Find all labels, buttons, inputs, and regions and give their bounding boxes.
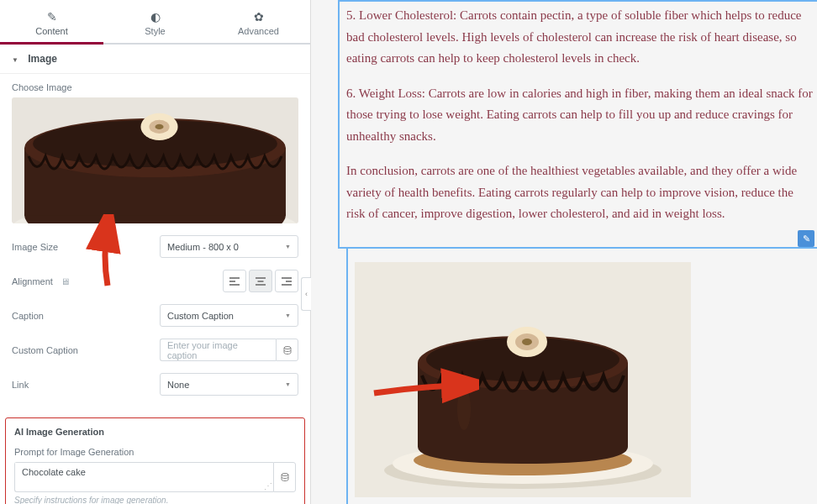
align-center-icon xyxy=(256,277,266,286)
custom-caption-input[interactable]: Enter your image caption xyxy=(160,339,276,361)
align-left-button[interactable] xyxy=(223,270,246,292)
ai-prompt-desc: Specify instructions for image generatio… xyxy=(14,496,296,504)
paragraph-6: 6. Weight Loss: Carrots are low in calor… xyxy=(346,83,814,148)
pencil-icon: ✎ xyxy=(0,10,103,24)
field-caption: Caption Custom Caption xyxy=(12,304,298,327)
editor-tabs: ✎ Content ◐ Style ✿ Advanced xyxy=(0,0,310,45)
widget-edit-button[interactable]: ✎ xyxy=(798,230,814,247)
link-value: None xyxy=(167,380,189,390)
tab-advanced[interactable]: ✿ Advanced xyxy=(207,0,310,43)
tab-content[interactable]: ✎ Content xyxy=(0,0,103,43)
field-custom-caption: Custom Caption Enter your image caption xyxy=(12,339,298,361)
alignment-label: Alignment 🖥 xyxy=(12,276,70,286)
ai-prompt-input[interactable] xyxy=(15,463,273,488)
database-icon xyxy=(281,473,289,481)
align-center-button[interactable] xyxy=(249,270,272,292)
paragraph-conclusion: In conclusion, carrots are one of the he… xyxy=(346,160,814,225)
image-size-value: Medium - 800 x 0 xyxy=(167,242,239,252)
custom-caption-label: Custom Caption xyxy=(12,345,78,355)
align-right-button[interactable] xyxy=(275,270,298,292)
panel-body: Choose Image Image Size Medium - 800 x 0 xyxy=(0,74,310,416)
image-size-label: Image Size xyxy=(12,242,58,252)
database-icon xyxy=(283,346,292,354)
gear-icon: ✿ xyxy=(207,10,310,24)
svg-point-19 xyxy=(522,339,532,345)
caption-select[interactable]: Custom Caption xyxy=(160,304,298,327)
svg-point-10 xyxy=(282,474,288,476)
choose-image-label: Choose Image xyxy=(12,82,298,92)
ai-section-title: AI Image Generation xyxy=(14,427,296,437)
align-right-icon xyxy=(282,277,292,286)
panel-collapse-handle[interactable]: ‹ xyxy=(301,277,311,311)
ai-prompt-row: ⋰ xyxy=(14,462,296,492)
section-image-header[interactable]: Image xyxy=(0,45,310,74)
caption-label: Caption xyxy=(12,311,44,321)
tab-advanced-label: Advanced xyxy=(238,26,279,36)
svg-point-9 xyxy=(284,346,291,349)
caption-value: Custom Caption xyxy=(167,311,234,321)
generated-image xyxy=(355,262,691,497)
paragraph-5: 5. Lower Cholesterol: Carrots contain pe… xyxy=(346,5,814,70)
ai-prompt-dynamic-button[interactable] xyxy=(273,462,296,492)
custom-caption-input-group: Enter your image caption xyxy=(160,339,298,361)
link-label: Link xyxy=(12,380,29,390)
section-image-label: Image xyxy=(28,53,57,65)
ai-prompt-label: Prompt for Image Generation xyxy=(14,447,296,457)
link-select[interactable]: None xyxy=(160,373,298,396)
image-preview[interactable] xyxy=(12,97,298,223)
resize-handle-icon[interactable]: ⋰ xyxy=(264,481,272,491)
field-link: Link None xyxy=(12,373,298,396)
pencil-icon: ✎ xyxy=(803,234,810,244)
contrast-icon: ◐ xyxy=(103,10,207,24)
tab-style-label: Style xyxy=(145,26,165,36)
tab-style[interactable]: ◐ Style xyxy=(103,0,207,43)
image-size-select[interactable]: Medium - 800 x 0 xyxy=(160,235,298,258)
dynamic-tags-button[interactable] xyxy=(276,339,298,361)
editor-sidebar: ✎ Content ◐ Style ✿ Advanced Image Choos… xyxy=(0,0,311,504)
field-image-size: Image Size Medium - 800 x 0 xyxy=(12,235,298,258)
align-left-icon xyxy=(229,277,240,286)
ai-image-generation-section: AI Image Generation Prompt for Image Gen… xyxy=(5,417,305,504)
svg-point-20 xyxy=(457,388,471,430)
image-widget[interactable] xyxy=(346,249,817,505)
alignment-buttons xyxy=(223,270,298,292)
field-alignment: Alignment 🖥 xyxy=(12,270,298,292)
preview-content: 5. Lower Cholesterol: Carrots contain pe… xyxy=(311,0,817,504)
ai-prompt-wrap: ⋰ xyxy=(14,462,273,492)
desktop-icon[interactable]: 🖥 xyxy=(61,276,70,286)
tab-content-label: Content xyxy=(35,26,68,36)
svg-point-8 xyxy=(155,124,164,129)
text-widget[interactable]: 5. Lower Cholesterol: Carrots contain pe… xyxy=(338,0,817,249)
